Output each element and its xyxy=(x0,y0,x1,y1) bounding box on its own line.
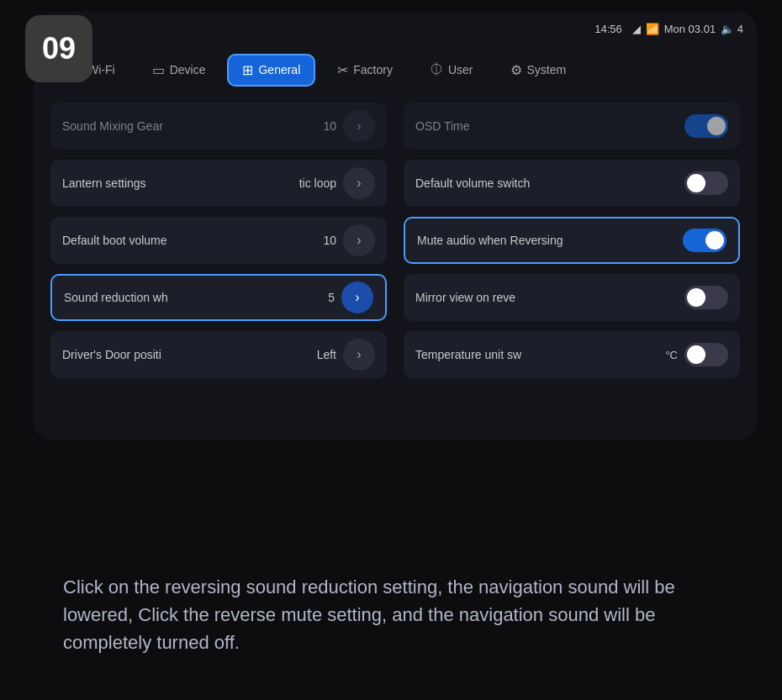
sound-reduction-value: 5 xyxy=(328,291,335,304)
sound-mixing-label: Sound Mixing Gear xyxy=(62,119,323,133)
tab-user-label: User xyxy=(448,63,473,76)
status-bar: 14:56 ◢ 📶 Mon 03.01 🔈 4 xyxy=(34,12,757,45)
device-tab-icon: ▭ xyxy=(152,62,165,78)
setting-row-lantern[interactable]: Lantern settings tic loop › xyxy=(50,160,387,207)
door-position-label: Driver's Door positi xyxy=(62,348,317,361)
tab-system[interactable]: ⚙ System xyxy=(495,54,582,87)
setting-row-default-volume-switch[interactable]: Default volume switch xyxy=(404,160,740,207)
mirror-reverse-label: Mirror view on reve xyxy=(415,291,684,304)
lantern-arrow[interactable]: › xyxy=(343,167,375,199)
temp-unit-label: Temperature unit sw xyxy=(415,348,665,361)
setting-row-sound-mixing[interactable]: Sound Mixing Gear 10 › xyxy=(50,103,387,150)
setting-row-temp-unit[interactable]: Temperature unit sw °C xyxy=(404,331,740,378)
boot-volume-label: Default boot volume xyxy=(62,234,323,247)
sound-reduction-arrow[interactable]: › xyxy=(341,282,373,313)
setting-row-mirror-reverse[interactable]: Mirror view on reve xyxy=(404,274,740,321)
tab-device-label: Device xyxy=(170,63,206,76)
sound-reduction-label: Sound reduction wh xyxy=(64,291,328,304)
user-tab-icon: ⏀ xyxy=(430,62,443,77)
description-content: Click on the reversing sound reduction s… xyxy=(63,576,675,653)
date-display: Mon 03.01 xyxy=(664,23,716,35)
device-screen: 14:56 ◢ 📶 Mon 03.01 🔈 4 📶 Wi-Fi ▭ Device… xyxy=(34,12,757,440)
left-column: Sound Mixing Gear 10 › Lantern settings … xyxy=(50,103,387,432)
tab-factory-label: Factory xyxy=(353,63,393,76)
sound-mixing-arrow[interactable]: › xyxy=(343,110,375,142)
signal-icon: ◢ xyxy=(632,23,641,35)
lantern-value: tic loop xyxy=(299,176,336,190)
osd-time-label: OSD Time xyxy=(415,119,684,133)
temp-unit-toggle[interactable] xyxy=(684,343,728,366)
setting-row-boot-volume[interactable]: Default boot volume 10 › xyxy=(50,217,387,264)
boot-volume-value: 10 xyxy=(323,234,336,247)
sound-mixing-value: 10 xyxy=(323,119,336,133)
door-position-arrow[interactable]: › xyxy=(343,339,375,371)
default-volume-switch-toggle[interactable] xyxy=(684,171,728,195)
volume-icon: 🔈 4 xyxy=(721,23,743,35)
door-position-value: Left xyxy=(317,348,336,361)
content-area: Sound Mixing Gear 10 › Lantern settings … xyxy=(34,94,757,440)
status-time: 14:56 xyxy=(594,23,622,35)
setting-row-osd-time[interactable]: OSD Time xyxy=(404,103,740,150)
mute-reversing-toggle[interactable] xyxy=(683,229,727,252)
temp-unit-value: °C xyxy=(665,349,678,361)
setting-row-door-position[interactable]: Driver's Door positi Left › xyxy=(50,331,387,378)
default-volume-switch-label: Default volume switch xyxy=(415,176,684,190)
tab-device[interactable]: ▭ Device xyxy=(137,54,221,87)
lantern-label: Lantern settings xyxy=(62,176,299,190)
tab-factory[interactable]: ✂ Factory xyxy=(322,54,408,87)
wifi-icon: 📶 xyxy=(646,23,659,35)
tab-general-label: General xyxy=(258,63,300,76)
nav-tabs: 📶 Wi-Fi ▭ Device ⊞ General ✂ Factory ⏀ U… xyxy=(34,45,757,94)
right-column: OSD Time Default volume switch Mute audi… xyxy=(404,103,740,432)
tab-system-label: System xyxy=(527,63,567,76)
setting-row-sound-reduction[interactable]: Sound reduction wh 5 › xyxy=(50,274,387,321)
description-text: Click on the reversing sound reduction s… xyxy=(63,573,748,656)
status-icons: ◢ 📶 Mon 03.01 🔈 4 xyxy=(632,23,743,35)
general-tab-icon: ⊞ xyxy=(242,62,253,78)
osd-time-toggle[interactable] xyxy=(684,114,728,138)
boot-volume-arrow[interactable]: › xyxy=(343,224,375,256)
step-number: 09 xyxy=(42,31,76,66)
factory-tab-icon: ✂ xyxy=(337,62,348,78)
tab-general[interactable]: ⊞ General xyxy=(227,54,315,87)
mirror-reverse-toggle[interactable] xyxy=(684,286,728,309)
setting-row-mute-reversing[interactable]: Mute audio when Reversing xyxy=(404,217,740,264)
mute-reversing-label: Mute audio when Reversing xyxy=(417,234,683,247)
tab-user[interactable]: ⏀ User xyxy=(415,54,489,86)
step-badge: 09 xyxy=(25,15,92,82)
system-tab-icon: ⚙ xyxy=(510,62,522,78)
